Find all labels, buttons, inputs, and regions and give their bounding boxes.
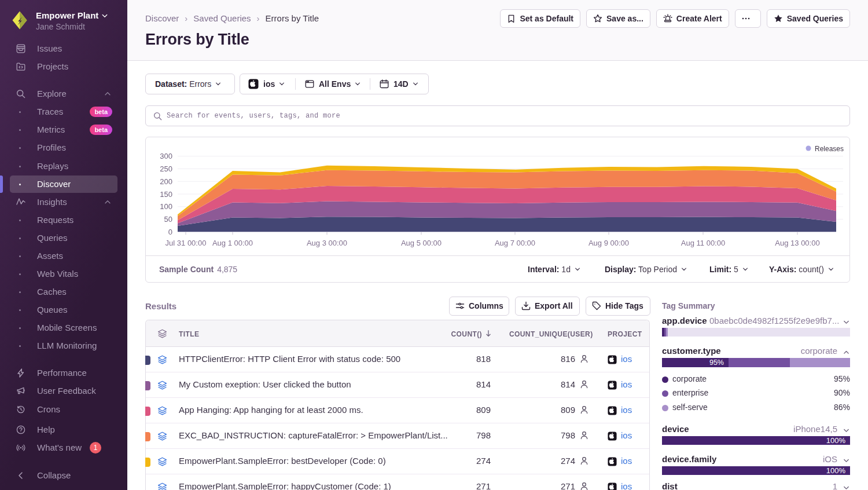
svg-text:0: 0 [168,228,172,236]
svg-text:50: 50 [164,215,172,224]
svg-text:Aug 7 00:00: Aug 7 00:00 [495,239,535,247]
svg-text:Aug 11 00:00: Aug 11 00:00 [681,239,725,247]
svg-text:Releases: Releases [815,145,844,153]
svg-text:Jul 31 00:00: Jul 31 00:00 [165,239,207,247]
svg-text:250: 250 [160,164,172,173]
svg-text:Aug 13 00:00: Aug 13 00:00 [775,239,819,247]
svg-text:Aug 9 00:00: Aug 9 00:00 [589,239,629,247]
svg-text:100: 100 [160,202,172,211]
svg-text:300: 300 [160,152,172,160]
svg-text:Aug 5 00:00: Aug 5 00:00 [401,239,442,247]
svg-text:150: 150 [160,190,172,199]
svg-text:Aug 3 00:00: Aug 3 00:00 [307,239,347,247]
svg-text:200: 200 [160,177,172,186]
svg-text:Aug 1 00:00: Aug 1 00:00 [212,239,253,247]
